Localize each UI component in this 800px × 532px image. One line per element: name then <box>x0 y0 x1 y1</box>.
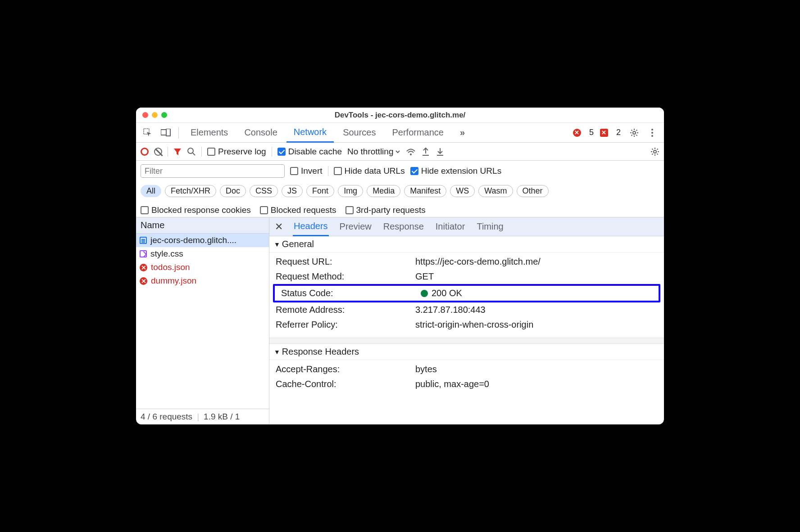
search-icon[interactable] <box>187 147 196 156</box>
minimize-icon[interactable] <box>152 112 158 118</box>
dtab-initiator[interactable]: Initiator <box>435 218 466 235</box>
settings-icon[interactable] <box>626 123 642 143</box>
pill-ws[interactable]: WS <box>450 185 475 197</box>
disable-cache-label: Disable cache <box>288 147 342 157</box>
pill-img[interactable]: Img <box>338 185 363 197</box>
svg-point-5 <box>651 132 653 134</box>
error-circle-icon: ✕ <box>573 129 581 137</box>
pill-manifest[interactable]: Manifest <box>404 185 446 197</box>
dtab-timing[interactable]: Timing <box>476 218 504 235</box>
tab-sources[interactable]: Sources <box>336 123 383 143</box>
record-icon[interactable] <box>141 148 149 156</box>
prop-row: Request URL: https://jec-cors-demo.glitc… <box>269 254 664 269</box>
preserve-log-checkbox[interactable]: Preserve log <box>207 147 266 157</box>
general-section-header[interactable]: ▼ General <box>269 236 664 252</box>
network-settings-icon[interactable] <box>650 147 659 156</box>
checkbox-icon <box>141 206 149 214</box>
prop-row: Accept-Ranges: bytes <box>269 362 664 377</box>
kebab-menu-icon[interactable] <box>644 123 660 143</box>
more-tabs-icon[interactable]: » <box>453 123 472 143</box>
upload-har-icon[interactable] <box>421 147 430 156</box>
blocked-cookies-checkbox[interactable]: Blocked response cookies <box>141 205 251 215</box>
pill-media[interactable]: Media <box>367 185 400 197</box>
type-filter-pills: All Fetch/XHR Doc CSS JS Font Img Media … <box>141 185 659 197</box>
traffic-lights <box>142 112 167 118</box>
panel-tabs: Elements Console Network Sources Perform… <box>136 123 664 143</box>
pill-font[interactable]: Font <box>306 185 334 197</box>
request-name: style.css <box>150 249 183 259</box>
request-row[interactable]: todos.json <box>136 261 269 274</box>
throttling-value: No throttling <box>347 147 393 157</box>
error-icon <box>140 277 147 285</box>
pill-js[interactable]: JS <box>282 185 303 197</box>
request-row[interactable]: style.css <box>136 247 269 261</box>
issue-count: 2 <box>616 128 621 137</box>
disclosure-triangle-icon: ▼ <box>274 241 280 248</box>
dtab-headers[interactable]: Headers <box>293 217 329 236</box>
prop-row: Referrer Policy: strict-origin-when-cros… <box>269 317 664 332</box>
request-list: jec-cors-demo.glitch.... style.css todos… <box>136 234 269 409</box>
prop-row: Cache-Control: public, max-age=0 <box>269 377 664 392</box>
dtab-response[interactable]: Response <box>382 218 425 235</box>
error-icon <box>140 264 147 271</box>
tab-console[interactable]: Console <box>237 123 284 143</box>
prop-value: https://jec-cors-demo.glitch.me/ <box>415 257 541 267</box>
error-square-icon: ✕ <box>600 129 608 137</box>
third-party-checkbox[interactable]: 3rd-party requests <box>345 205 426 215</box>
tab-performance[interactable]: Performance <box>385 123 451 143</box>
general-title: General <box>282 239 314 249</box>
throttling-select[interactable]: No throttling <box>347 147 400 157</box>
third-party-label: 3rd-party requests <box>356 205 426 215</box>
prop-value: GET <box>415 271 434 282</box>
pill-wasm[interactable]: Wasm <box>478 185 513 197</box>
hide-extension-urls-label: Hide extension URLs <box>421 166 501 176</box>
preserve-log-label: Preserve log <box>218 147 266 157</box>
prop-key: Cache-Control: <box>276 379 415 389</box>
request-row[interactable]: jec-cors-demo.glitch.... <box>136 234 269 247</box>
tab-network[interactable]: Network <box>286 123 334 143</box>
main-split: Name jec-cors-demo.glitch.... style.css … <box>136 217 664 424</box>
invert-checkbox[interactable]: Invert <box>290 166 323 176</box>
prop-value: strict-origin-when-cross-origin <box>415 320 533 330</box>
request-row[interactable]: dummy.json <box>136 274 269 288</box>
pill-css[interactable]: CSS <box>250 185 278 197</box>
prop-row: Remote Address: 3.217.87.180:443 <box>269 302 664 317</box>
prop-value: bytes <box>415 364 437 374</box>
filter-input[interactable] <box>141 164 285 178</box>
prop-value: 200 OK <box>421 288 462 298</box>
name-column-header[interactable]: Name <box>136 217 269 234</box>
pill-other[interactable]: Other <box>517 185 549 197</box>
pill-all[interactable]: All <box>141 185 161 197</box>
document-icon <box>140 237 147 244</box>
download-har-icon[interactable] <box>436 147 445 156</box>
inspect-element-icon[interactable] <box>140 123 156 143</box>
error-badges[interactable]: ✕5 ✕2 <box>569 128 624 137</box>
details-panel: ✕ Headers Preview Response Initiator Tim… <box>269 217 664 424</box>
maximize-icon[interactable] <box>161 112 167 118</box>
request-name: dummy.json <box>151 276 196 286</box>
status-text: 200 OK <box>432 288 462 298</box>
pill-doc[interactable]: Doc <box>220 185 246 197</box>
prop-key: Status Code: <box>281 288 421 298</box>
devtools-window: DevTools - jec-cors-demo.glitch.me/ Elem… <box>136 108 664 424</box>
network-conditions-icon[interactable] <box>406 147 416 156</box>
error-count: 5 <box>589 128 594 137</box>
clear-icon[interactable] <box>154 148 162 156</box>
disable-cache-checkbox[interactable]: Disable cache <box>277 147 342 157</box>
close-details-icon[interactable]: ✕ <box>275 221 283 233</box>
response-headers-section-header[interactable]: ▼ Response Headers <box>269 344 664 360</box>
blocked-requests-checkbox[interactable]: Blocked requests <box>260 205 336 215</box>
svg-point-9 <box>410 153 412 155</box>
close-icon[interactable] <box>142 112 148 118</box>
hide-data-urls-checkbox[interactable]: Hide data URLs <box>334 166 405 176</box>
filter-icon[interactable] <box>173 148 182 156</box>
dtab-preview[interactable]: Preview <box>339 218 373 235</box>
tab-elements[interactable]: Elements <box>183 123 235 143</box>
checkbox-checked-icon <box>410 167 418 175</box>
hide-extension-urls-checkbox[interactable]: Hide extension URLs <box>410 166 501 176</box>
device-toolbar-icon[interactable] <box>158 123 174 143</box>
pill-fetch-xhr[interactable]: Fetch/XHR <box>165 185 216 197</box>
stylesheet-icon <box>140 250 147 257</box>
svg-point-3 <box>633 131 636 134</box>
status-bar: 4 / 6 requests | 1.9 kB / 1 <box>136 409 269 424</box>
